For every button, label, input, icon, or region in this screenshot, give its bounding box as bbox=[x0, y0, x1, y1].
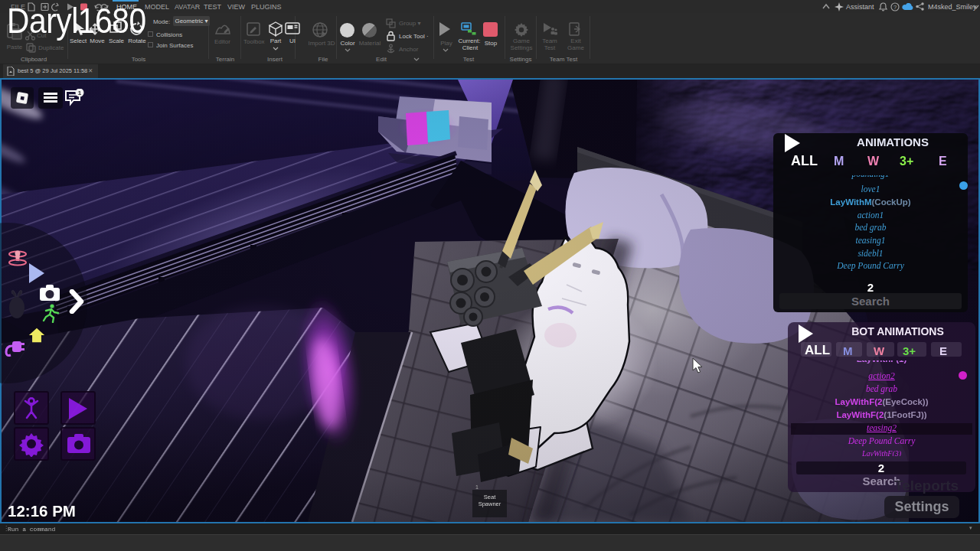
svg-text:1: 1 bbox=[78, 90, 82, 96]
svg-text:?: ? bbox=[893, 4, 897, 11]
